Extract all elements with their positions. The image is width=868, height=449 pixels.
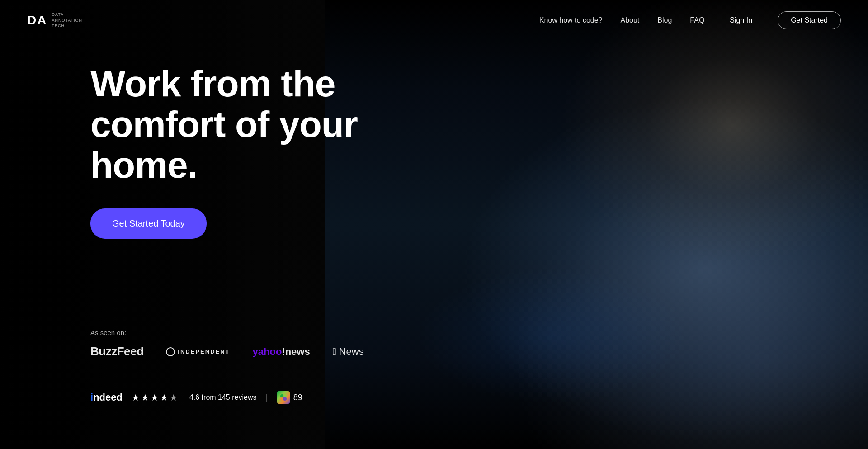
svg-point-3 [283, 397, 287, 401]
independent-circle-icon [166, 347, 175, 356]
apple-news-logo:  News [333, 346, 364, 358]
glassdoor-badge: 89 [277, 391, 302, 404]
indeed-logo: indeed [90, 392, 123, 403]
buzzfeed-logo: BuzzFeed [90, 345, 143, 359]
get-started-today-button[interactable]: Get Started Today [90, 208, 207, 239]
star-2: ★ [141, 392, 149, 403]
glassdoor-svg [279, 393, 288, 402]
logo-subtitle: DATA ANNOTATION TECH [52, 12, 82, 29]
hero-headline: Work from the comfort of your home. [90, 63, 358, 186]
nav-about[interactable]: About [621, 16, 640, 24]
as-seen-on: As seen on: BuzzFeed INDEPENDENT yahoo!n… [90, 329, 364, 359]
apple-icon:  [333, 346, 336, 358]
nav-blog[interactable]: Blog [657, 16, 672, 24]
getstarted-nav-button[interactable]: Get Started [778, 11, 841, 29]
star-4: ★ [160, 392, 168, 403]
yahoo-news-logo: yahoo!news [253, 346, 310, 358]
review-text: 4.6 from 145 reviews [189, 393, 257, 402]
reviews-divider-line [90, 374, 321, 374]
screen-glow [416, 268, 687, 404]
media-logos: BuzzFeed INDEPENDENT yahoo!news  News [90, 345, 364, 359]
yahoo-text: yahoo!news [253, 346, 310, 358]
hero-content: Work from the comfort of your home. Get … [90, 63, 358, 239]
star-3: ★ [151, 392, 159, 403]
star-half: ★ [170, 392, 178, 403]
signin-button[interactable]: Sign In [722, 13, 760, 28]
logo-letters: DA [27, 13, 47, 28]
independent-logo: INDEPENDENT [166, 347, 230, 356]
nav-know-how[interactable]: Know how to code? [539, 16, 603, 24]
reviews-separator: | [265, 392, 268, 403]
reviews-row: indeed ★ ★ ★ ★ ★ 4.6 from 145 reviews | … [90, 391, 302, 404]
indeed-text: ndeed [93, 392, 123, 403]
navbar: DA DATA ANNOTATION TECH Know how to code… [0, 0, 868, 41]
glassdoor-count: 89 [293, 393, 302, 402]
stars-container: ★ ★ ★ ★ ★ [132, 392, 178, 403]
as-seen-label: As seen on: [90, 329, 364, 336]
nav-links: Know how to code? About Blog FAQ Sign In… [539, 11, 841, 29]
glassdoor-icon [277, 391, 290, 404]
logo-area: DA DATA ANNOTATION TECH [27, 12, 82, 29]
nav-faq[interactable]: FAQ [690, 16, 704, 24]
star-1: ★ [132, 392, 140, 403]
